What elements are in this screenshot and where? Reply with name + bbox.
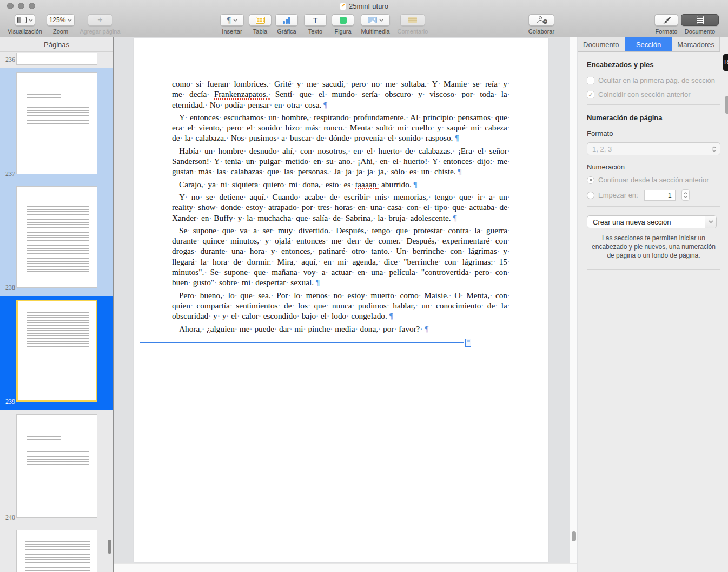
start-at-stepper[interactable] — [681, 189, 690, 201]
vertical-scrollbar[interactable] — [570, 37, 577, 572]
radio-label: Empezar en: — [598, 191, 638, 199]
page-list: 236237238239240 — [0, 52, 113, 572]
chevron-down-icon — [29, 19, 33, 22]
toolbar-label: Agregar página — [77, 28, 123, 35]
paragraph[interactable]: Se supone que va a ser muy divertido. De… — [172, 225, 510, 288]
media-button[interactable] — [361, 14, 390, 26]
page-thumbnail-row[interactable] — [0, 526, 113, 572]
number-format-value: 1, 2, 3 — [592, 145, 712, 153]
paragraph[interactable]: Había un hombre desnudo ahí, con nosotro… — [172, 146, 510, 177]
page-numbering-heading: Numeración de página — [587, 114, 720, 122]
number-format-select[interactable]: 1, 2, 3 — [587, 142, 720, 155]
chart-button[interactable] — [275, 14, 298, 26]
divider — [587, 269, 720, 270]
page-number-label: 237 — [5, 170, 15, 178]
chevron-down-icon — [379, 19, 383, 22]
page-thumbnail[interactable] — [16, 72, 97, 174]
page-thumbnail-row[interactable]: 237 — [0, 68, 113, 182]
tab-seccion[interactable]: Sección — [625, 37, 673, 51]
divider — [587, 104, 720, 105]
comment-button[interactable] — [400, 14, 425, 26]
start-at-input[interactable]: 1 — [644, 190, 676, 201]
page-thumbnail[interactable] — [16, 414, 97, 518]
section-break-line — [140, 342, 464, 343]
select-stepper-icon — [712, 146, 717, 152]
toolbar-item-insertar: ¶ Insertar — [217, 14, 247, 35]
format-button[interactable] — [654, 14, 678, 26]
toolbar-item-zoom: 125% Zoom — [45, 14, 76, 35]
paragraph[interactable]: Y no se detiene aquí. Cuando acabe de es… — [172, 192, 510, 223]
headers-footers-heading: Encabezados y pies — [587, 61, 720, 69]
section-break[interactable] — [140, 339, 471, 347]
document-text: como si fueran lombrices. Grité y me sac… — [134, 38, 548, 334]
radio-row-start-at: Empezar en: 1 — [587, 189, 720, 201]
document-file-icon — [340, 3, 346, 10]
toolbar-label: Documento — [680, 28, 719, 35]
chevron-down-icon — [705, 216, 716, 228]
sidebar-scrollbar-thumb[interactable] — [108, 540, 111, 554]
table-button[interactable] — [249, 14, 272, 26]
document-page[interactable]: como si fueran lombrices. Grité y me sac… — [134, 38, 548, 562]
toolbar-item-figura: Figura — [330, 14, 356, 35]
page-thumbnail[interactable] — [16, 300, 97, 402]
radio-selected[interactable] — [587, 176, 594, 184]
pages-sidebar: Páginas 236237238239240 — [0, 37, 114, 572]
page-thumbnail[interactable] — [16, 53, 97, 65]
paragraph[interactable]: como si fueran lombrices. Grité y me sac… — [172, 78, 510, 110]
page-number-label: 236 — [5, 56, 15, 64]
insert-button[interactable]: ¶ — [220, 14, 244, 26]
checkbox-checked[interactable]: ✓ — [587, 91, 594, 98]
section-break-icon — [465, 339, 471, 347]
tab-marcadores[interactable]: Marcadores — [672, 37, 720, 51]
pilcrow-mark: ¶ — [389, 311, 393, 320]
document-panel-button[interactable] — [681, 14, 719, 26]
shape-button[interactable] — [332, 14, 354, 26]
toolbar-label: Colaborar — [524, 28, 559, 35]
document-list-icon — [697, 16, 704, 24]
toolbar-label: Multimedia — [358, 28, 393, 35]
add-page-button[interactable]: + — [88, 14, 112, 26]
paragraph[interactable]: Carajo, ya ni siquiera quiero mi dona, e… — [172, 179, 510, 189]
view-options-button[interactable] — [15, 14, 35, 26]
tab-documento[interactable]: Documento — [578, 37, 625, 51]
toolbar-item-agregar-pagina: + Agregar página — [77, 14, 123, 35]
page-thumbnail-row[interactable]: 236 — [0, 52, 113, 68]
plus-icon: + — [97, 16, 102, 24]
comment-icon — [408, 17, 417, 23]
page-thumbnail-row[interactable]: 239 — [0, 296, 113, 410]
page-thumbnail-row[interactable]: 238 — [0, 182, 113, 296]
toolbar-label: Gráfica — [274, 28, 300, 35]
person-add-icon: + — [537, 16, 546, 24]
paragraph[interactable]: Pero bueno, lo que sea. Por lo menos no … — [172, 290, 510, 321]
toolbar-label: Zoom — [45, 28, 76, 35]
document-inspector-panel: Documento Sección Marcadores Encabezados… — [578, 37, 728, 572]
page-thumbnail[interactable] — [16, 530, 97, 572]
paragraph[interactable]: Ahora, ¿alguien me puede dar mi pinche m… — [172, 324, 510, 334]
vertical-scrollbar-thumb[interactable] — [572, 531, 576, 541]
radio-unselected[interactable] — [587, 192, 594, 199]
create-section-button[interactable]: Crear una nueva sección — [587, 215, 717, 228]
paintbrush-icon — [662, 16, 671, 24]
zoom-level-button[interactable]: 125% — [47, 14, 75, 26]
window-title: 25minFuturo — [0, 2, 728, 10]
sidebar-title: Páginas — [0, 37, 113, 52]
page-thumbnail-row[interactable]: 240 — [0, 410, 113, 526]
pilcrow-mark: ¶ — [458, 167, 461, 176]
text-box-button[interactable]: T — [304, 14, 327, 26]
toolbar-item-grafica: Gráfica — [274, 14, 300, 35]
paragraph[interactable]: Y entonces escuchamos un hombre, respira… — [172, 112, 510, 143]
toolbar-label: Texto — [303, 28, 328, 35]
page-thumbnail[interactable] — [16, 186, 97, 288]
inspector-tabs: Documento Sección Marcadores — [578, 37, 720, 52]
shape-icon — [340, 17, 347, 24]
text-icon: T — [313, 16, 317, 25]
pilcrow-mark: ¶ — [453, 213, 457, 222]
format-label: Formato — [587, 129, 720, 137]
document-canvas: como si fueran lombrices. Grité y me sac… — [114, 37, 577, 572]
clipped-notification[interactable]: Re — [723, 54, 728, 71]
horizontal-scrollbar-track[interactable] — [114, 563, 577, 572]
checkbox-unchecked[interactable] — [587, 77, 594, 84]
toolbar-label: Formato — [652, 28, 680, 35]
collaborate-button[interactable]: + — [528, 14, 554, 26]
table-icon — [256, 17, 265, 24]
